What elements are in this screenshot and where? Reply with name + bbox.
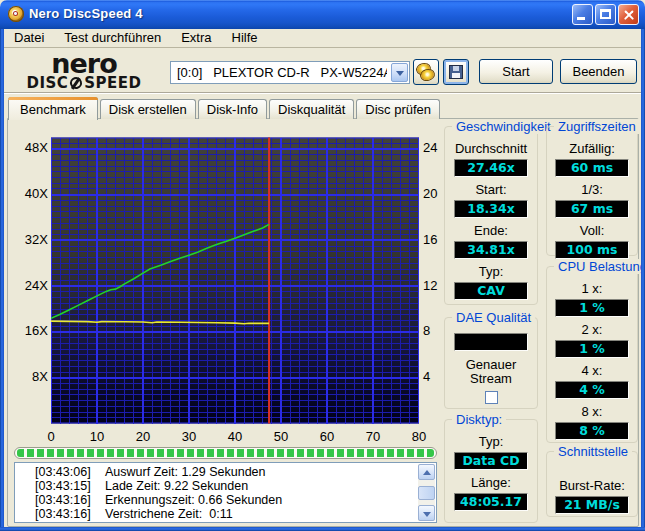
maximize-button[interactable] xyxy=(595,4,616,25)
minimize-icon xyxy=(577,17,585,20)
quit-button[interactable]: Beenden xyxy=(560,59,637,84)
panel-cpu-belastung: CPU Belastung 1 x:1 %2 x:1 %4 x:4 %8 x:8… xyxy=(546,266,638,443)
window-border-left xyxy=(0,29,4,531)
window-border-bottom xyxy=(0,527,645,531)
panel-title: Disktyp: xyxy=(452,412,506,427)
dae-value-box xyxy=(454,333,528,351)
menu-item-hilfe[interactable]: Hilfe xyxy=(222,28,268,48)
title-bar[interactable]: Nero DiscSpeed 4 xyxy=(0,0,645,29)
window-title: Nero DiscSpeed 4 xyxy=(29,6,143,21)
field-value-display: 100 ms xyxy=(555,241,629,259)
tab-diskqualit-t[interactable]: Diskqualität xyxy=(269,99,354,119)
panel-zugriffszeiten: Zugriffszeiten Zufällig:60 ms1/3:67 msVo… xyxy=(546,126,638,256)
log-message: Auswurf Zeit: 1.29 Sekunden xyxy=(105,465,266,479)
eject-disc-button[interactable] xyxy=(413,59,439,85)
field-value-display: 34.81x xyxy=(454,241,528,259)
save-button[interactable] xyxy=(443,59,469,85)
genauer-stream-checkbox[interactable] xyxy=(485,391,498,404)
log-scrollbar[interactable] xyxy=(418,464,435,521)
field-value-display: 27.46x xyxy=(454,159,528,177)
chevron-down-icon[interactable] xyxy=(391,63,408,82)
field-label: Voll: xyxy=(580,223,605,238)
field-value-display: 1 % xyxy=(555,299,629,317)
panel-geschwindigkeit: Geschwindigkeit Durchschnitt27.46xStart:… xyxy=(444,126,538,305)
y-axis-left-tick: 48X xyxy=(18,140,48,156)
field-label: Burst-Rate: xyxy=(559,478,625,493)
menu-item-extra[interactable]: Extra xyxy=(171,28,221,48)
field-value-display: CAV xyxy=(454,282,528,300)
field-label: 1 x: xyxy=(582,281,603,296)
scroll-down-icon[interactable] xyxy=(418,505,435,521)
panel-title: Geschwindigkeit xyxy=(452,119,555,134)
field-list: Durchschnitt27.46xStart:18.34xEnde:34.81… xyxy=(445,136,537,300)
field-value-display: 60 ms xyxy=(555,159,629,177)
field-label: Start: xyxy=(475,182,506,197)
field: Typ:CAV xyxy=(454,264,528,300)
benchmark-chart xyxy=(51,137,419,424)
field-value-display: 4 % xyxy=(555,381,629,399)
panel-title: DAE Qualität xyxy=(452,310,535,325)
tab-benchmark[interactable]: Benchmark xyxy=(8,97,98,120)
field-value-display: 21 MB/s xyxy=(555,496,629,514)
field-value-display: 48:05.17 xyxy=(454,493,528,511)
test-progress-bar xyxy=(14,447,437,459)
field: 4 x:4 % xyxy=(555,363,629,399)
start-button[interactable]: Start xyxy=(479,59,553,84)
field: 8 x:8 % xyxy=(555,404,629,440)
field: Start:18.34x xyxy=(454,182,528,218)
drive-select[interactable]: [0:0] PLEXTOR CD-R PX-W5224A 1.04 xyxy=(170,61,410,84)
field-list: Typ:Data CDLänge:48:05.17 xyxy=(445,429,537,511)
maximize-icon xyxy=(600,9,611,19)
scroll-up-icon[interactable] xyxy=(418,464,435,480)
minimize-button[interactable] xyxy=(572,4,593,25)
tab-disk-info[interactable]: Disk-Info xyxy=(198,99,267,119)
field: Ende:34.81x xyxy=(454,223,528,259)
menu-item-test-durchf-hren[interactable]: Test durchführen xyxy=(54,28,171,48)
x-axis-tick: 70 xyxy=(358,429,388,445)
log-message: Lade Zeit: 9.22 Sekunden xyxy=(105,479,248,493)
genauer-stream-label: Genauer Stream xyxy=(456,358,526,386)
field: Durchschnitt27.46x xyxy=(454,141,528,177)
y-axis-left-tick: 8X xyxy=(18,369,48,385)
log-line: [03:43:16]Verstrichene Zeit: 0:11 xyxy=(35,507,436,521)
menu-item-datei[interactable]: Datei xyxy=(4,28,54,48)
field-label: 4 x: xyxy=(582,363,603,378)
log-lines: [03:43:06]Auswurf Zeit: 1.29 Sekunden[03… xyxy=(15,463,436,521)
field: 2 x:1 % xyxy=(555,322,629,358)
tab-strip: BenchmarkDisk erstellenDisk-InfoDiskqual… xyxy=(8,96,440,119)
field: Länge:48:05.17 xyxy=(454,475,528,511)
panel-title: CPU Belastung xyxy=(554,259,645,274)
log-timestamp: [03:43:15] xyxy=(35,479,105,493)
menu-bar: DateiTest durchführenExtraHilfe xyxy=(4,29,641,48)
log-timestamp: [03:43:06] xyxy=(35,465,105,479)
progress-fill xyxy=(17,449,434,457)
window-controls xyxy=(572,4,639,25)
toolbar-separator xyxy=(4,92,641,94)
nero-discspeed-logo: nero DISC SPEED xyxy=(16,52,152,91)
x-axis-tick: 40 xyxy=(220,429,250,445)
x-axis-tick: 20 xyxy=(128,429,158,445)
field-list: Burst-Rate:21 MB/s xyxy=(547,473,637,514)
scroll-thumb[interactable] xyxy=(418,486,435,500)
field: Typ:Data CD xyxy=(454,434,528,470)
field-label: Typ: xyxy=(479,264,504,279)
x-axis-tick: 30 xyxy=(174,429,204,445)
field-list: Zufällig:60 ms1/3:67 msVoll:100 ms xyxy=(547,136,637,259)
app-window: Nero DiscSpeed 4 DateiTest durchführenEx… xyxy=(0,0,645,531)
log-timestamp: [03:43:16] xyxy=(35,493,105,507)
cd-discs-icon xyxy=(417,64,435,80)
logo-nero-text: nero xyxy=(16,52,152,75)
field-label: Durchschnitt xyxy=(455,141,527,156)
y-axis-left-tick: 24X xyxy=(18,278,48,294)
log-listbox[interactable]: [03:43:06]Auswurf Zeit: 1.29 Sekunden[03… xyxy=(14,462,437,523)
log-line: [03:43:16]Erkennungszeit: 0.66 Sekunden xyxy=(35,493,436,507)
field-label: 1/3: xyxy=(581,182,603,197)
field: Zufällig:60 ms xyxy=(555,141,629,177)
field: 1/3:67 ms xyxy=(555,182,629,218)
window-border-right xyxy=(641,29,645,531)
field-label: Ende: xyxy=(474,223,508,238)
tab-disc-pr-fen[interactable]: Disc prüfen xyxy=(356,99,440,119)
close-button[interactable] xyxy=(618,4,639,25)
field-list: 1 x:1 %2 x:1 %4 x:4 %8 x:8 % xyxy=(547,276,637,440)
tab-disk-erstellen[interactable]: Disk erstellen xyxy=(100,99,196,119)
